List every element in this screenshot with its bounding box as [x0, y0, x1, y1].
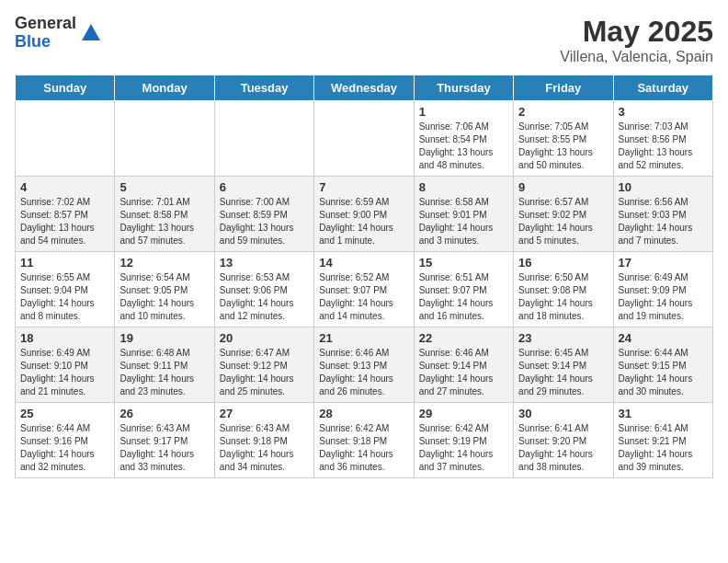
day-info: Sunrise: 6:45 AM Sunset: 9:14 PM Dayligh… [518, 347, 608, 398]
day-info: Sunrise: 6:56 AM Sunset: 9:03 PM Dayligh… [619, 196, 708, 247]
day-number: 15 [419, 256, 508, 270]
calendar-cell: 28Sunrise: 6:42 AM Sunset: 9:18 PM Dayli… [314, 403, 414, 478]
day-info: Sunrise: 6:54 AM Sunset: 9:05 PM Dayligh… [119, 271, 209, 323]
day-number: 9 [518, 180, 608, 194]
calendar-cell: 20Sunrise: 6:47 AM Sunset: 9:12 PM Dayli… [214, 327, 313, 403]
day-info: Sunrise: 6:48 AM Sunset: 9:11 PM Dayligh… [119, 347, 209, 398]
weekday-header: Saturday [613, 75, 712, 101]
day-number: 16 [518, 256, 608, 270]
calendar-cell: 15Sunrise: 6:51 AM Sunset: 9:07 PM Dayli… [414, 252, 513, 327]
day-info: Sunrise: 6:46 AM Sunset: 9:14 PM Dayligh… [419, 347, 508, 398]
day-number: 30 [518, 407, 608, 420]
day-number: 1 [419, 105, 508, 119]
calendar-cell [115, 101, 214, 177]
day-info: Sunrise: 7:05 AM Sunset: 8:55 PM Dayligh… [518, 121, 608, 172]
page-subtitle: Villena, Valencia, Spain [560, 49, 713, 65]
calendar-cell: 23Sunrise: 6:45 AM Sunset: 9:14 PM Dayli… [514, 327, 613, 403]
day-info: Sunrise: 7:06 AM Sunset: 8:54 PM Dayligh… [419, 121, 508, 172]
calendar-cell: 29Sunrise: 6:42 AM Sunset: 9:19 PM Dayli… [414, 403, 513, 478]
day-info: Sunrise: 6:44 AM Sunset: 9:15 PM Dayligh… [619, 347, 708, 398]
calendar-cell: 2Sunrise: 7:05 AM Sunset: 8:55 PM Daylig… [514, 101, 613, 177]
calendar-cell: 11Sunrise: 6:55 AM Sunset: 9:04 PM Dayli… [16, 252, 115, 327]
day-info: Sunrise: 6:47 AM Sunset: 9:12 PM Dayligh… [220, 347, 309, 398]
day-info: Sunrise: 7:01 AM Sunset: 8:58 PM Dayligh… [119, 196, 209, 247]
calendar-cell: 13Sunrise: 6:53 AM Sunset: 9:06 PM Dayli… [214, 252, 313, 327]
day-number: 5 [119, 180, 209, 194]
calendar-cell: 18Sunrise: 6:49 AM Sunset: 9:10 PM Dayli… [16, 327, 115, 403]
day-number: 31 [619, 407, 708, 420]
day-number: 14 [319, 256, 408, 270]
calendar-cell: 14Sunrise: 6:52 AM Sunset: 9:07 PM Dayli… [314, 252, 414, 327]
day-number: 7 [319, 180, 408, 194]
calendar-cell: 27Sunrise: 6:43 AM Sunset: 9:18 PM Dayli… [214, 403, 313, 478]
calendar-cell: 9Sunrise: 6:57 AM Sunset: 9:02 PM Daylig… [514, 177, 613, 252]
day-info: Sunrise: 6:46 AM Sunset: 9:13 PM Dayligh… [319, 347, 408, 398]
calendar-cell: 7Sunrise: 6:59 AM Sunset: 9:00 PM Daylig… [314, 177, 414, 252]
calendar-cell: 25Sunrise: 6:44 AM Sunset: 9:16 PM Dayli… [16, 403, 115, 478]
weekday-header: Tuesday [214, 75, 313, 101]
title-block: May 2025 Villena, Valencia, Spain [560, 15, 713, 65]
calendar-week-row: 18Sunrise: 6:49 AM Sunset: 9:10 PM Dayli… [16, 327, 713, 403]
page-title: May 2025 [560, 15, 713, 49]
day-info: Sunrise: 7:03 AM Sunset: 8:56 PM Dayligh… [619, 121, 708, 172]
day-info: Sunrise: 6:59 AM Sunset: 9:00 PM Dayligh… [319, 196, 408, 247]
day-info: Sunrise: 7:02 AM Sunset: 8:57 PM Dayligh… [20, 196, 109, 247]
calendar-cell: 22Sunrise: 6:46 AM Sunset: 9:14 PM Dayli… [414, 327, 513, 403]
day-number: 12 [119, 256, 209, 270]
day-info: Sunrise: 6:49 AM Sunset: 9:10 PM Dayligh… [20, 347, 109, 398]
weekday-header: Friday [514, 75, 613, 101]
day-number: 4 [20, 180, 109, 194]
weekday-header: Thursday [414, 75, 513, 101]
day-info: Sunrise: 6:49 AM Sunset: 9:09 PM Dayligh… [619, 271, 708, 323]
day-info: Sunrise: 6:58 AM Sunset: 9:01 PM Dayligh… [419, 196, 508, 247]
day-info: Sunrise: 6:42 AM Sunset: 9:18 PM Dayligh… [319, 422, 408, 474]
calendar-cell: 12Sunrise: 6:54 AM Sunset: 9:05 PM Dayli… [115, 252, 214, 327]
day-info: Sunrise: 6:50 AM Sunset: 9:08 PM Dayligh… [518, 271, 608, 323]
day-number: 20 [220, 331, 309, 345]
calendar-cell: 8Sunrise: 6:58 AM Sunset: 9:01 PM Daylig… [414, 177, 513, 252]
calendar-cell: 10Sunrise: 6:56 AM Sunset: 9:03 PM Dayli… [613, 177, 712, 252]
logo-triangle-icon [82, 24, 100, 40]
calendar-cell: 3Sunrise: 7:03 AM Sunset: 8:56 PM Daylig… [613, 101, 712, 177]
weekday-header: Wednesday [314, 75, 414, 101]
calendar-cell: 17Sunrise: 6:49 AM Sunset: 9:09 PM Dayli… [613, 252, 712, 327]
day-number: 10 [619, 180, 708, 194]
day-number: 3 [619, 105, 708, 119]
day-number: 25 [20, 407, 109, 420]
day-number: 22 [419, 331, 508, 345]
calendar-week-row: 1Sunrise: 7:06 AM Sunset: 8:54 PM Daylig… [16, 101, 713, 177]
day-number: 17 [619, 256, 708, 270]
day-number: 6 [220, 180, 309, 194]
logo-text: General Blue [15, 15, 76, 52]
logo-general: General [15, 15, 76, 33]
calendar-cell: 6Sunrise: 7:00 AM Sunset: 8:59 PM Daylig… [214, 177, 313, 252]
day-info: Sunrise: 6:57 AM Sunset: 9:02 PM Dayligh… [518, 196, 608, 247]
day-info: Sunrise: 6:55 AM Sunset: 9:04 PM Dayligh… [20, 271, 109, 323]
calendar-week-row: 25Sunrise: 6:44 AM Sunset: 9:16 PM Dayli… [16, 403, 713, 478]
day-number: 28 [319, 407, 408, 420]
day-info: Sunrise: 6:42 AM Sunset: 9:19 PM Dayligh… [419, 422, 508, 474]
weekday-header: Monday [115, 75, 214, 101]
day-number: 13 [220, 256, 309, 270]
calendar-cell: 19Sunrise: 6:48 AM Sunset: 9:11 PM Dayli… [115, 327, 214, 403]
calendar-cell: 21Sunrise: 6:46 AM Sunset: 9:13 PM Dayli… [314, 327, 414, 403]
day-info: Sunrise: 6:43 AM Sunset: 9:18 PM Dayligh… [220, 422, 309, 474]
calendar-week-row: 4Sunrise: 7:02 AM Sunset: 8:57 PM Daylig… [16, 177, 713, 252]
calendar-cell: 26Sunrise: 6:43 AM Sunset: 9:17 PM Dayli… [115, 403, 214, 478]
calendar-cell: 31Sunrise: 6:41 AM Sunset: 9:21 PM Dayli… [613, 403, 712, 478]
calendar-table: SundayMondayTuesdayWednesdayThursdayFrid… [15, 75, 713, 478]
day-number: 24 [619, 331, 708, 345]
day-info: Sunrise: 6:44 AM Sunset: 9:16 PM Dayligh… [20, 422, 109, 474]
calendar-week-row: 11Sunrise: 6:55 AM Sunset: 9:04 PM Dayli… [16, 252, 713, 327]
day-info: Sunrise: 6:43 AM Sunset: 9:17 PM Dayligh… [119, 422, 209, 474]
weekday-header-row: SundayMondayTuesdayWednesdayThursdayFrid… [16, 75, 713, 101]
day-info: Sunrise: 6:41 AM Sunset: 9:20 PM Dayligh… [518, 422, 608, 474]
calendar-cell [16, 101, 115, 177]
day-number: 27 [220, 407, 309, 420]
day-number: 18 [20, 331, 109, 345]
calendar-cell: 4Sunrise: 7:02 AM Sunset: 8:57 PM Daylig… [16, 177, 115, 252]
day-number: 26 [119, 407, 209, 420]
day-info: Sunrise: 6:41 AM Sunset: 9:21 PM Dayligh… [619, 422, 708, 474]
day-number: 29 [419, 407, 508, 420]
calendar-cell [214, 101, 313, 177]
